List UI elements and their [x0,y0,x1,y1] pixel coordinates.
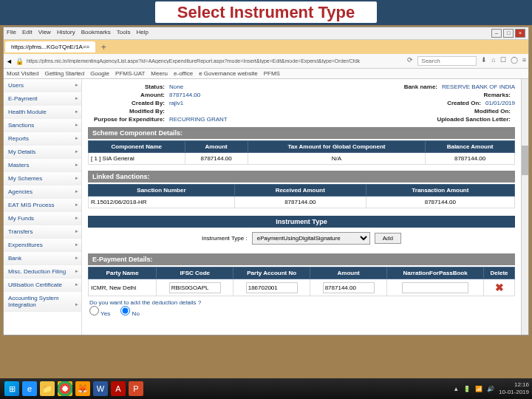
bookmark-icon[interactable]: ☐ [500,56,506,66]
col-received: Received Amount [234,185,366,197]
acct-input[interactable] [246,282,298,293]
scrollbar[interactable] [521,79,528,335]
sidebar-item-epayment[interactable]: E-Payment [4,92,81,106]
browser-tab[interactable]: https://pfms...KGoTQnE/1A== [5,41,95,52]
url-bar: ◄ 🔒 https://pfms.nic.in/ImplementingAgen… [4,54,528,69]
scroll-thumb[interactable] [522,146,528,175]
purpose-label: Purpose for Expenditure: [88,116,169,123]
add-button[interactable]: Add [375,233,401,244]
menu-file[interactable]: File [7,29,16,38]
bm-getting-started[interactable]: Getting Started [44,70,84,77]
minimize-button[interactable]: – [491,29,502,38]
linked-table: Sanction NumberReceived AmountTransactio… [88,184,515,208]
col-tax: Tax Amount for Global Component [248,141,425,153]
purpose-value: RECURRING GRANT [169,116,228,123]
sidebar-item-expenditures[interactable]: Expenditures [4,239,81,252]
bm-pfms[interactable]: PFMS [264,70,280,77]
bookmark-bar: Most Visited Getting Started Google PFMS… [4,69,528,79]
instrument-type-select[interactable]: ePaymentUsingDigitalSignature [252,232,370,245]
sidebar-item-users[interactable]: Users [4,79,81,92]
sync-icon[interactable]: ◯ [511,56,518,66]
bm-google[interactable]: Google [90,70,109,77]
reload-icon[interactable]: ⟳ [407,56,413,66]
delete-icon[interactable]: ✖ [495,282,504,293]
menu-tools[interactable]: Tools [117,29,131,38]
col-party: Party Name [89,267,157,279]
clock[interactable]: 12:16 10-01-2019 [499,381,529,396]
menu-icon[interactable]: ≡ [522,56,526,66]
firefox-icon[interactable]: 🦊 [75,381,90,396]
sidebar-item-eat[interactable]: EAT MIS Process [4,199,81,212]
sidebar-item-myschemes[interactable]: My Schemes [4,172,81,185]
tray-icon[interactable]: ▲ [453,386,459,392]
amount-value: 8787144.00 [169,92,200,98]
back-icon[interactable]: ◄ [6,58,13,65]
table-row: R.15012/06/2018-HR8787144.008787144.00 [89,197,515,208]
ie-icon[interactable]: e [22,381,37,396]
amt-input[interactable] [323,282,375,293]
sidebar-item-accounting[interactable]: Accounting System Integration [4,292,81,312]
bm-meeru[interactable]: Meeru [151,70,168,77]
col-amount: Amount [185,141,248,153]
slide-title: Select Instrument Type [0,0,532,25]
chrome-icon[interactable] [58,381,72,396]
deduction-question: Do you want to add the deduction details… [89,299,514,306]
sidebar-item-health[interactable]: Health Module [4,106,81,119]
new-tab-button[interactable]: + [98,42,109,52]
sidebar-item-uc[interactable]: Utilisation Certificate [4,279,81,292]
close-button[interactable]: × [515,29,525,38]
sidebar-item-reports[interactable]: Reports [4,132,81,146]
bank-label: Bank name: [361,83,442,90]
explorer-icon[interactable]: 📁 [40,381,55,396]
start-button[interactable]: ⊞ [4,381,19,396]
menu-bookmarks[interactable]: Bookmarks [81,29,111,38]
sidebar-item-masters[interactable]: Masters [4,159,81,172]
sidebar-item-transfers[interactable]: Transfers [4,225,81,239]
table-row: [ 1 ] SIA General8787144.00N/A8787144.00 [89,153,515,165]
menu-help[interactable]: Help [136,29,148,38]
menu-edit[interactable]: Edit [22,29,33,38]
search-input[interactable] [417,56,477,66]
maximize-button[interactable]: □ [503,29,514,38]
sidebar-item-sanctions[interactable]: Sanctions [4,119,81,132]
bm-egov[interactable]: e Governance website [199,70,258,77]
amount-label: Amount: [88,92,169,98]
bm-pfms-uat[interactable]: PFMS-UAT [115,70,145,77]
modon-label: Modified On: [434,108,515,115]
lock-icon: 🔒 [16,58,24,65]
sidebar-item-mydetails[interactable]: My Details [4,146,81,159]
menu-history[interactable]: History [57,29,75,38]
menu-view[interactable]: View [38,29,51,38]
download-icon[interactable]: ⬇ [481,56,487,66]
sidebar-item-deduction[interactable]: Misc. Deduction Filing [4,265,81,279]
radio-no[interactable] [120,306,130,316]
powerpoint-icon[interactable]: P [129,381,143,396]
pdf-icon[interactable]: A [111,381,126,396]
remarks-label: Remarks: [434,92,515,98]
word-icon[interactable]: W [93,381,108,396]
url-field[interactable]: https://pfms.nic.in/ImplementingAgency/L… [27,58,404,64]
volume-icon[interactable]: 🔊 [487,386,494,392]
sidebar-item-bank[interactable]: Bank [4,252,81,265]
createdon-value: 01/01/2019 [485,100,515,106]
modby-label: Modified By: [88,108,169,115]
status-value: None [169,83,183,90]
sidebar-item-agencies[interactable]: Agencies [4,185,81,199]
section-scheme: Scheme Component Details: [88,127,515,139]
col-component: Component Name [89,141,185,153]
col-transaction: Transaction Amount [366,185,514,197]
col-delete: Delete [484,267,515,279]
bm-eoffice[interactable]: e-office [174,70,193,77]
scheme-table: Component NameAmountTax Amount for Globa… [88,140,515,165]
radio-yes[interactable] [89,306,99,316]
network-icon[interactable]: 📶 [475,386,482,392]
narration-input[interactable] [402,282,468,293]
col-ifsc: IFSC Code [157,267,233,279]
home-icon[interactable]: ⌂ [491,56,495,66]
bm-most-visited[interactable]: Most Visited [7,70,38,77]
sidebar-item-myfunds[interactable]: My Funds [4,212,81,225]
epayment-table: Party NameIFSC CodeParty Account NoAmoun… [88,267,515,296]
battery-icon[interactable]: 🔋 [463,386,471,392]
col-balance: Balance Amount [426,141,515,153]
ifsc-input[interactable] [169,282,221,293]
